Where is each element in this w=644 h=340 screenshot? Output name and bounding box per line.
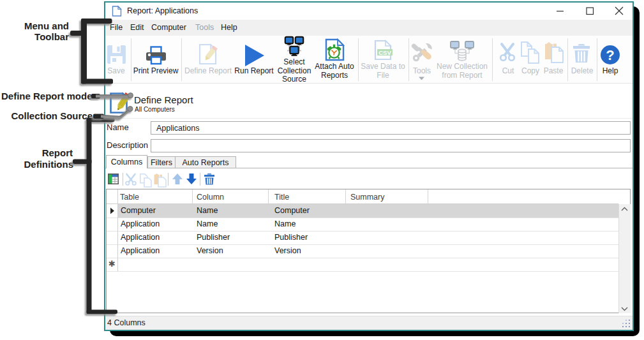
svg-text:?: ? bbox=[606, 47, 614, 63]
svg-text:CSV: CSV bbox=[378, 49, 391, 56]
